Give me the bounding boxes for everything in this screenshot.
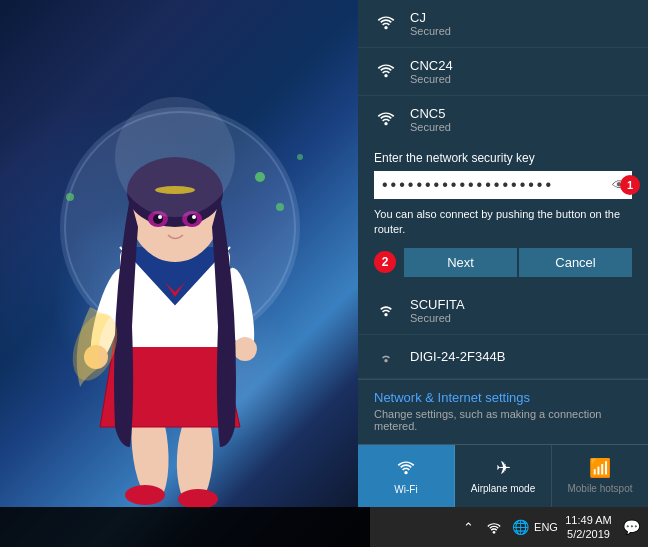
network-cnc5-status: Secured: [410, 121, 451, 133]
network-cj[interactable]: CJ Secured: [358, 0, 648, 48]
language-label: ENG: [534, 521, 558, 533]
badge-2: 2: [374, 251, 396, 273]
password-input-row: 👁: [374, 171, 632, 199]
cancel-button[interactable]: Cancel: [519, 248, 632, 277]
globe-icon: 🌐: [512, 519, 529, 535]
network-cnc24[interactable]: CNC24 Secured: [358, 48, 648, 96]
airplane-quick-label: Airplane mode: [471, 483, 535, 494]
svg-point-29: [384, 122, 387, 125]
network-digi-info: DIGI-24-2F344B: [410, 349, 505, 364]
wallpaper: [0, 0, 370, 547]
password-input[interactable]: [374, 171, 606, 199]
svg-point-17: [187, 214, 197, 224]
network-scufita[interactable]: SCUFITA Secured: [358, 287, 648, 335]
wifi-panel: CJ Secured CNC24 Secured: [358, 0, 648, 507]
svg-point-24: [297, 154, 303, 160]
svg-point-16: [153, 214, 163, 224]
taskbar-language[interactable]: ENG: [535, 516, 557, 538]
network-scufita-info: SCUFITA Secured: [410, 297, 465, 324]
mobile-quick-icon: 📶: [589, 457, 611, 479]
network-settings-section: Network & Internet settings Change setti…: [358, 379, 648, 442]
network-cnc5-section: CNC5 Secured Enter the network security …: [358, 96, 648, 287]
taskbar-clock[interactable]: 11:49 AM 5/2/2019: [561, 513, 616, 542]
hidden-icons-button[interactable]: ⌃: [457, 516, 479, 538]
svg-point-25: [66, 193, 74, 201]
airplane-quick-icon: ✈: [496, 457, 511, 479]
svg-point-5: [178, 489, 218, 509]
network-digi-name: DIGI-24-2F344B: [410, 349, 505, 364]
wifi-signal-icon-cj: [374, 12, 398, 35]
security-key-label: Enter the network security key: [374, 151, 632, 165]
network-cnc24-name: CNC24: [410, 58, 453, 73]
next-button[interactable]: Next: [404, 248, 517, 277]
svg-point-18: [158, 215, 162, 219]
svg-point-22: [255, 172, 265, 182]
svg-point-33: [493, 531, 496, 534]
svg-point-10: [233, 337, 257, 361]
network-cj-info: CJ Secured: [410, 10, 451, 37]
svg-point-32: [404, 471, 407, 474]
wifi-signal-icon-scufita: [374, 299, 398, 322]
svg-point-26: [115, 97, 235, 217]
quick-action-airplane[interactable]: ✈ Airplane mode: [455, 445, 552, 507]
network-settings-description: Change settings, such as making a connec…: [374, 408, 632, 432]
taskbar-time: 11:49 AM: [565, 513, 611, 527]
network-digi[interactable]: DIGI-24-2F344B: [358, 335, 648, 379]
network-cj-name: CJ: [410, 10, 451, 25]
push-button-text: You can also connect by pushing the butt…: [374, 207, 632, 238]
network-cnc5-header[interactable]: CNC5 Secured: [358, 96, 648, 143]
svg-point-23: [276, 203, 284, 211]
network-scufita-name: SCUFITA: [410, 297, 465, 312]
quick-action-mobile[interactable]: 📶 Mobile hotspot: [552, 445, 648, 507]
badge-1: 1: [620, 175, 640, 195]
network-cnc24-status: Secured: [410, 73, 453, 85]
action-buttons-row: 2 Next Cancel: [374, 248, 632, 277]
taskbar: ⌃ 🌐 ENG 11:49 AM 5/2/2019 💬: [0, 507, 648, 547]
taskbar-right: ⌃ 🌐 ENG 11:49 AM 5/2/2019 💬: [457, 513, 642, 542]
notification-icon: 💬: [623, 519, 640, 535]
quick-action-wifi[interactable]: Wi-Fi: [358, 445, 455, 507]
svg-point-19: [192, 215, 196, 219]
character-artwork: [20, 27, 340, 517]
taskbar-notification-icon[interactable]: 💬: [620, 516, 642, 538]
wifi-signal-icon-digi: [374, 345, 398, 368]
chevron-up-icon: ⌃: [463, 520, 474, 535]
network-cnc24-info: CNC24 Secured: [410, 58, 453, 85]
quick-actions: Wi-Fi ✈ Airplane mode 📶 Mobile hotspot: [358, 444, 648, 507]
wifi-quick-label: Wi-Fi: [394, 484, 417, 495]
network-settings-title[interactable]: Network & Internet settings: [374, 390, 632, 405]
taskbar-date: 5/2/2019: [567, 527, 610, 541]
security-key-section: Enter the network security key 👁 1 You c…: [358, 143, 648, 287]
network-cnc5-info: CNC5 Secured: [410, 106, 451, 133]
network-scufita-status: Secured: [410, 312, 465, 324]
svg-point-31: [384, 359, 387, 362]
svg-point-30: [384, 313, 387, 316]
wifi-signal-icon-cnc5: [374, 108, 398, 131]
network-cj-status: Secured: [410, 25, 451, 37]
wifi-quick-icon: [396, 457, 416, 480]
wifi-signal-icon-cnc24: [374, 60, 398, 83]
svg-point-4: [125, 485, 165, 505]
svg-point-27: [384, 26, 387, 29]
mobile-quick-label: Mobile hotspot: [567, 483, 632, 494]
taskbar-network-icon[interactable]: [483, 516, 505, 538]
svg-point-28: [384, 74, 387, 77]
taskbar-globe-icon[interactable]: 🌐: [509, 516, 531, 538]
network-cnc5-name: CNC5: [410, 106, 451, 121]
